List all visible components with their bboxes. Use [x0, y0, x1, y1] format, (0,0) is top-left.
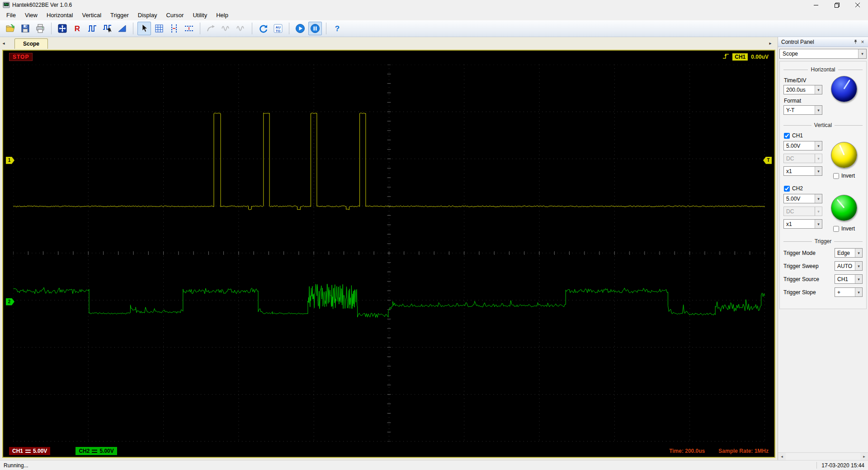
- auto-icon: AUTO: [273, 24, 283, 33]
- trigger-sweep-dropdown[interactable]: AUTO▾: [835, 261, 863, 271]
- pin-icon[interactable]: [852, 38, 859, 46]
- scope-footer: CH1 5.00V CH2 5.00V Time: 200.0us Sample…: [3, 445, 774, 457]
- ch2-position-knob[interactable]: [831, 195, 857, 221]
- panel-scrollbar: ◂ ▸: [778, 452, 868, 460]
- trigger-mode-dropdown[interactable]: Edge▾: [835, 248, 863, 258]
- grid-display-button[interactable]: [152, 22, 166, 35]
- trigger-sweep-row: Trigger SweepAUTO▾: [783, 261, 863, 271]
- reference-wave-button[interactable]: R: [71, 22, 84, 35]
- save-button[interactable]: [19, 22, 32, 35]
- trigger-source-dropdown[interactable]: CH1▾: [835, 274, 863, 284]
- format-dropdown[interactable]: Y-T ▾: [783, 105, 822, 115]
- chevron-down-icon: ▾: [815, 207, 822, 216]
- acquisition-status: STOP: [9, 53, 33, 61]
- menu-item-view[interactable]: View: [20, 10, 42, 20]
- grid-icon: [154, 24, 164, 33]
- ch2-coupling-value: DC: [786, 208, 794, 215]
- toolbar-separator: [326, 23, 326, 34]
- titlebar: Hantek6022BE Ver 1.0.6: [0, 0, 868, 10]
- trigger-mode-value: Edge: [837, 250, 850, 256]
- horizontal-position-knob[interactable]: [831, 76, 857, 102]
- help-button[interactable]: ?: [330, 22, 344, 35]
- play-icon: [295, 24, 305, 33]
- trigger-slope-dropdown[interactable]: +▾: [835, 287, 863, 297]
- tab-scroll-left-icon[interactable]: ◂: [0, 41, 7, 46]
- ch1-invert-checkbox[interactable]: [833, 173, 839, 179]
- time-div-readout: Time: 200.0us: [669, 448, 705, 454]
- status-divider: [816, 462, 817, 469]
- menu-item-utility[interactable]: Utility: [188, 10, 212, 20]
- pointer-tool-button[interactable]: [137, 22, 151, 35]
- print-button[interactable]: [33, 22, 47, 35]
- ch1-volts-dropdown[interactable]: 5.00V ▾: [783, 141, 822, 150]
- ch1-probe-dropdown[interactable]: x1 ▾: [783, 166, 822, 176]
- refresh-button[interactable]: [256, 22, 270, 35]
- ch1-enable-checkbox[interactable]: [784, 133, 790, 139]
- svg-text:TO: TO: [276, 29, 280, 33]
- start-button[interactable]: [293, 22, 307, 35]
- open-button[interactable]: [4, 22, 17, 35]
- time-div-label: Time/DIV: [784, 77, 825, 84]
- menu-item-file[interactable]: File: [2, 10, 20, 20]
- menu-item-help[interactable]: Help: [212, 10, 233, 20]
- menu-item-horizontal[interactable]: Horizontal: [42, 10, 78, 20]
- ch2-invert-checkbox[interactable]: [833, 226, 839, 232]
- ch2-volts-dropdown[interactable]: 5.00V ▾: [783, 194, 822, 203]
- auto-measure-button[interactable]: AUTO: [271, 22, 285, 35]
- trigger-source-label: Trigger Source: [783, 276, 835, 282]
- ch1-volts-per-div: 5.00V: [33, 448, 47, 454]
- close-panel-icon[interactable]: ×: [859, 38, 866, 46]
- pan-wave-button: [204, 22, 218, 35]
- trigger-sweep-label: Trigger Sweep: [783, 263, 835, 269]
- minimize-button[interactable]: [806, 0, 826, 10]
- panel-mode-dropdown[interactable]: Scope ▾: [779, 49, 867, 59]
- scroll-right-button[interactable]: ▸: [860, 453, 868, 460]
- ch1-invert-label: Invert: [841, 173, 855, 179]
- scrollbar-track[interactable]: [786, 453, 860, 460]
- trigger-level-value: 0.00uV: [751, 54, 769, 60]
- ch2-probe-dropdown[interactable]: x1 ▾: [783, 219, 822, 229]
- vertical-cursor-button[interactable]: [167, 22, 181, 35]
- timebase-readout: Time: 200.0us Sample Rate: 1MHz: [669, 448, 769, 454]
- hcursor-icon: [184, 24, 194, 33]
- trigger-mode-label: Trigger Mode: [783, 250, 835, 256]
- ch1-label: CH1: [12, 448, 23, 454]
- horizontal-cursor-button[interactable]: [182, 22, 196, 35]
- menu-item-trigger[interactable]: Trigger: [106, 10, 133, 20]
- trigger-source-value: CH1: [837, 276, 848, 282]
- menu-item-cursor[interactable]: Cursor: [161, 10, 188, 20]
- ch1-coupling-dropdown: DC ▾: [783, 154, 822, 163]
- chevron-down-icon: ▾: [855, 262, 862, 270]
- scroll-left-button[interactable]: ◂: [778, 453, 786, 460]
- tab-scope[interactable]: Scope: [14, 38, 48, 49]
- toolbar-separator: [200, 23, 200, 34]
- ch1-volts-value: 5.00V: [786, 143, 800, 149]
- trigger-source-row: Trigger SourceCH1▾: [783, 274, 863, 284]
- ramp-button[interactable]: [115, 22, 129, 35]
- tab-scroll-right-icon[interactable]: ▸: [767, 41, 774, 46]
- auto-set-button[interactable]: [56, 22, 69, 35]
- menu-item-vertical[interactable]: Vertical: [77, 10, 106, 20]
- tab-bar: ◂ Scope ▸: [0, 37, 778, 49]
- close-button[interactable]: [847, 0, 868, 10]
- pause-button[interactable]: [308, 22, 322, 35]
- scope-display: STOP CH1 0.00uV 1: [2, 50, 775, 458]
- chevron-down-icon: ▾: [855, 288, 862, 296]
- toolbar-separator: [133, 23, 133, 34]
- time-div-value: 200.0us: [786, 87, 806, 93]
- menu-item-display[interactable]: Display: [133, 10, 162, 20]
- restore-button[interactable]: [826, 0, 847, 10]
- ch1-probe-value: x1: [786, 168, 792, 174]
- ch2-enable-checkbox[interactable]: [784, 186, 790, 192]
- sample-rate-readout: Sample Rate: 1MHz: [718, 448, 769, 454]
- chevron-down-icon: ▾: [855, 275, 862, 283]
- status-bar: Running... 17-03-2020 15:44: [0, 460, 868, 470]
- ch1-position-knob[interactable]: [831, 142, 857, 168]
- wave-capture-button[interactable]: [100, 22, 114, 35]
- scope-header: STOP CH1 0.00uV: [3, 51, 774, 63]
- time-div-dropdown[interactable]: 200.0us ▾: [783, 85, 822, 94]
- svg-text:R: R: [75, 24, 80, 33]
- app-icon: [3, 1, 10, 9]
- square-wave-button[interactable]: [85, 22, 99, 35]
- interpolation-button: [234, 22, 248, 35]
